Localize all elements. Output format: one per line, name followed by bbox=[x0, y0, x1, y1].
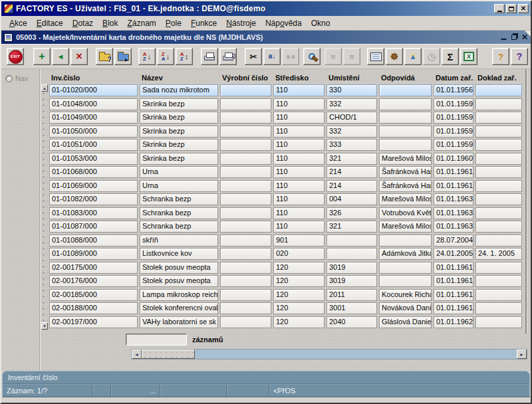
menu-item-3[interactable]: Blok bbox=[98, 17, 122, 29]
scrollbar-thumb[interactable] bbox=[142, 350, 195, 359]
grid-cell[interactable]: 01.01.1963 bbox=[434, 221, 473, 233]
prism-button[interactable]: ▲ bbox=[404, 48, 422, 65]
grid-cell[interactable]: 24. 1. 2005 bbox=[475, 248, 522, 260]
print-button[interactable] bbox=[201, 48, 218, 65]
close-button[interactable]: ✕ bbox=[518, 4, 529, 13]
help-button[interactable]: ? bbox=[511, 48, 528, 65]
print-batch-button[interactable] bbox=[219, 48, 237, 65]
grid-cell[interactable] bbox=[220, 207, 271, 219]
grid-cell[interactable] bbox=[220, 166, 271, 178]
grid-cell[interactable]: 01-01087/000 bbox=[49, 221, 138, 233]
grid-cell[interactable] bbox=[220, 126, 271, 138]
grid-cell[interactable]: Skrinka bezp bbox=[140, 112, 218, 124]
grid-cell[interactable]: 01-01048/000 bbox=[49, 98, 138, 110]
grid-cell[interactable]: 01.01.1961 bbox=[434, 289, 473, 301]
grid-cell[interactable] bbox=[475, 235, 522, 247]
grid-cell[interactable] bbox=[220, 139, 271, 151]
sum-button[interactable]: Σ bbox=[442, 48, 459, 65]
wheel-button[interactable]: ☸ bbox=[386, 48, 403, 65]
grid-cell[interactable] bbox=[475, 98, 522, 110]
grid-cell[interactable]: 901 bbox=[273, 235, 325, 247]
sort-descending-button[interactable]: ZA↓ bbox=[157, 48, 174, 65]
grid-cell[interactable]: 01.01.1960 bbox=[434, 153, 473, 165]
grid-cell[interactable]: 01.01.1963 bbox=[434, 207, 473, 219]
grid-cell[interactable]: 01-01051/000 bbox=[49, 139, 138, 151]
grid-cell[interactable]: 2040 bbox=[327, 316, 377, 328]
grid-cell[interactable]: 24.01.2005 bbox=[434, 248, 473, 260]
grid-cell[interactable] bbox=[220, 316, 271, 328]
grid-cell[interactable]: 2011 bbox=[327, 289, 377, 301]
grid-cell[interactable]: Marešová Milosl bbox=[379, 153, 432, 165]
menu-item-6[interactable]: Funkce bbox=[186, 17, 221, 29]
grid-cell[interactable] bbox=[379, 126, 432, 138]
copy-button[interactable]: a↓ bbox=[263, 48, 281, 65]
grid-cell[interactable]: 02-00188/000 bbox=[49, 302, 138, 314]
grid-cell[interactable]: Skrinka bezp bbox=[140, 153, 218, 165]
grid-cell[interactable]: 01-01088/000 bbox=[49, 235, 138, 247]
grid-cell[interactable]: 214 bbox=[327, 180, 377, 192]
grid-cell[interactable]: 120 bbox=[273, 316, 325, 328]
grid-cell[interactable]: 01.01.1959 bbox=[434, 98, 473, 110]
grid-cell[interactable]: Stolek konferencni oval bbox=[140, 302, 218, 314]
grid-cell[interactable]: 326 bbox=[327, 207, 377, 219]
grid-cell[interactable]: 02-00176/000 bbox=[49, 275, 138, 287]
grid-cell[interactable] bbox=[220, 84, 271, 96]
grid-cell[interactable]: 110 bbox=[273, 193, 325, 205]
grid-cell[interactable]: Šafránková Har bbox=[379, 166, 432, 178]
grid-cell[interactable] bbox=[220, 262, 271, 274]
grid-cell[interactable] bbox=[475, 316, 522, 328]
find-button[interactable] bbox=[303, 48, 321, 65]
grid-cell[interactable] bbox=[379, 112, 432, 124]
menu-item-0[interactable]: Akce bbox=[5, 17, 32, 29]
grid-cell[interactable]: 110 bbox=[273, 98, 325, 110]
grid-cell[interactable]: 01-01068/000 bbox=[49, 166, 138, 178]
grid-cell[interactable] bbox=[475, 84, 522, 96]
grid-cell[interactable]: 333 bbox=[327, 139, 377, 151]
grid-cell[interactable]: 321 bbox=[327, 153, 377, 165]
maximize-button[interactable] bbox=[506, 4, 517, 13]
grid-cell[interactable]: Šafránková Har bbox=[379, 180, 432, 192]
horizontal-scrollbar[interactable]: ◄ ► bbox=[131, 349, 527, 359]
grid-cell[interactable]: 01.01.1961 bbox=[434, 180, 473, 192]
execute-query-button[interactable]: ► bbox=[114, 48, 132, 65]
grid-cell[interactable]: 01-01053/000 bbox=[49, 153, 138, 165]
menu-item-9[interactable]: Okno bbox=[307, 17, 335, 29]
scrollbar-track[interactable] bbox=[195, 350, 517, 359]
grid-cell[interactable]: 110 bbox=[273, 126, 325, 138]
grid-cell[interactable]: Votrubová Květ bbox=[379, 207, 432, 219]
grid-cell[interactable]: 01.01.1961 bbox=[434, 275, 473, 287]
grid-cell[interactable] bbox=[220, 302, 271, 314]
grid-cell[interactable]: 01-01083/000 bbox=[49, 207, 138, 219]
grid-cell[interactable]: 110 bbox=[273, 112, 325, 124]
insert-record-button[interactable]: + bbox=[33, 48, 51, 65]
grid-cell[interactable]: 01.01.1959 bbox=[434, 139, 473, 151]
grid-cell[interactable] bbox=[220, 153, 271, 165]
delete-record-button[interactable]: × bbox=[70, 48, 88, 65]
help-context-button[interactable]: ? bbox=[492, 48, 509, 65]
grid-cell[interactable] bbox=[475, 112, 522, 124]
grid-cell[interactable] bbox=[379, 84, 432, 96]
grid-cell[interactable]: 01.01.1963 bbox=[434, 193, 473, 205]
grid-cell[interactable]: 01-01020/000 bbox=[49, 84, 138, 96]
grid-cell[interactable]: 3019 bbox=[327, 275, 377, 287]
grid-cell[interactable]: 01.01.1959 bbox=[434, 126, 473, 138]
cut-button[interactable]: ✂ bbox=[245, 48, 262, 65]
scroll-up-button[interactable]: ▲ bbox=[41, 84, 48, 92]
grid-cell[interactable] bbox=[475, 262, 522, 274]
grid-cell[interactable]: 01-01089/000 bbox=[49, 248, 138, 260]
scroll-down-button[interactable]: ▼ bbox=[41, 322, 48, 330]
grid-cell[interactable]: Gláslová Daniel bbox=[379, 316, 432, 328]
grid-cell[interactable]: 01.01.1961 bbox=[434, 302, 473, 314]
grid-cell[interactable]: 120 bbox=[273, 275, 325, 287]
grid-cell[interactable] bbox=[220, 289, 271, 301]
form-minimize-button[interactable] bbox=[501, 35, 507, 40]
grid-cell[interactable] bbox=[475, 126, 522, 138]
grid-cell[interactable]: 02-00185/000 bbox=[49, 289, 138, 301]
grid-cell[interactable]: Kocourek Richa bbox=[379, 289, 432, 301]
form-restore-button[interactable] bbox=[511, 35, 517, 40]
grid-cell[interactable]: Sada nozu mikrotom bbox=[140, 84, 218, 96]
exit-button[interactable]: EXIT bbox=[7, 48, 24, 65]
menu-item-1[interactable]: Editace bbox=[32, 17, 68, 29]
grid-cell[interactable]: 332 bbox=[327, 126, 377, 138]
grid-cell[interactable]: 120 bbox=[273, 302, 325, 314]
